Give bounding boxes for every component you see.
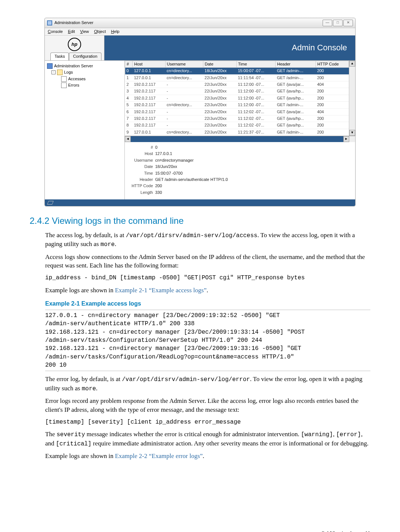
menu-edit[interactable]: Edit [68, 29, 75, 34]
tab-configuration[interactable]: Configuration [69, 53, 101, 60]
example-heading: Example 2-1 Example access logs [45, 300, 370, 308]
xref-example-2-2[interactable]: Example 2-2 “Example error logs” [115, 452, 203, 459]
brand-title: Admin Console [104, 36, 355, 60]
column-header[interactable]: # [125, 61, 133, 67]
svg-rect-1 [48, 21, 51, 25]
tree-errors[interactable]: Errors [46, 82, 123, 88]
column-header[interactable]: Host [133, 61, 165, 67]
para: The access log, by default, is at /var/o… [45, 231, 370, 249]
log-table: #HostUsernameDateTimeHeaderHTTP Code 012… [125, 61, 349, 136]
scroll-right-icon[interactable]: ► [343, 136, 349, 142]
section-heading: 2.4.2 Viewing logs in the command line [30, 215, 370, 227]
para: Example logs are shown in Example 2-1 “E… [45, 286, 370, 295]
table-row[interactable]: 4192.0.2.117-22/Jun/20xx11:12:00 -07...G… [125, 95, 349, 101]
divider [45, 371, 370, 371]
tree-accesses[interactable]: Accesses [46, 76, 123, 82]
menu-bar: Console Edit View Object Help [45, 28, 355, 36]
table-row[interactable]: 9127.0.0.1cn=directory...22/Jun/20xx11:2… [125, 129, 349, 135]
column-header[interactable]: Username [165, 61, 203, 67]
para: Error logs record any problem response f… [45, 397, 370, 414]
file-icon [61, 76, 67, 82]
close-button[interactable]: ✕ [343, 20, 353, 26]
scroll-down-icon[interactable]: ▼ [349, 130, 355, 136]
menu-console[interactable]: Console [48, 29, 63, 34]
para: The severity message indicates whether t… [45, 430, 370, 448]
para: Access logs show connections to the Admi… [45, 253, 370, 270]
detail-panel: #0 Host127.0.0.1 Usernamecn=directoryman… [125, 142, 355, 199]
xref-example-2-1[interactable]: Example 2-1 “Example access logs” [115, 287, 206, 294]
menu-help[interactable]: Help [111, 29, 120, 34]
table-row[interactable]: 8192.0.2.117-22/Jun/20xx11:12:02 -07...G… [125, 122, 349, 129]
key-icon [47, 201, 54, 205]
table-row[interactable]: 7192.0.2.117-22/Jun/20xx11:12:02 -07...G… [125, 115, 349, 122]
column-header[interactable]: HTTP Code [316, 61, 349, 67]
column-header[interactable]: Date [203, 61, 236, 67]
table-row[interactable]: 6192.0.2.117-22/Jun/20xx11:12:02 -07...G… [125, 108, 349, 115]
menu-object[interactable]: Object [94, 29, 106, 34]
window-title: Administration Server [54, 20, 320, 26]
nav-tree: Administration Server - Logs Accesses Er… [45, 61, 125, 199]
status-bar [45, 199, 355, 206]
table-row[interactable]: 3192.0.2.117-22/Jun/20xx11:12:00 -07...G… [125, 88, 349, 95]
table-row[interactable]: 1127.0.0.1cn=directory...22/Jun/20xx11:1… [125, 74, 349, 81]
para: The error log, by default, is at /var/op… [45, 375, 370, 393]
vertical-scrollbar[interactable]: ▲ ▼ [349, 61, 355, 136]
column-header[interactable]: Time [236, 61, 275, 67]
app-icon [47, 20, 52, 26]
admin-console-window: Administration Server — □ ✕ Console Edit… [44, 18, 356, 206]
tree-logs[interactable]: - Logs [46, 69, 123, 75]
minimize-button[interactable]: — [323, 20, 332, 26]
file-icon [61, 83, 67, 88]
page-footer: 2.4 Viewing logs 11 [322, 529, 370, 532]
menu-view[interactable]: View [80, 29, 89, 34]
example-body: 127.0.0.1 - cn=directory manager [23/Dec… [45, 312, 370, 370]
divider [45, 310, 370, 310]
table-row[interactable]: 2192.0.2.117-22/Jun/20xx11:12:00 -07...G… [125, 81, 349, 88]
maximize-button[interactable]: □ [333, 20, 343, 26]
table-row[interactable]: 5192.0.2.117cn=directory...22/Jun/20xx11… [125, 102, 349, 108]
horizontal-scrollbar[interactable]: ◄ ► [125, 136, 355, 142]
scroll-up-icon[interactable]: ▲ [349, 61, 355, 67]
column-header[interactable]: Header [276, 61, 316, 67]
format-line: ip_address - bind_DN [timestamp -0500] "… [45, 274, 370, 282]
collapse-icon[interactable]: - [51, 70, 56, 74]
hp-logo-icon: hp [68, 38, 81, 51]
format-line: [timestamp] [severity] [client ip_addres… [45, 418, 370, 426]
tab-tasks[interactable]: Tasks [50, 53, 69, 60]
server-icon [47, 63, 53, 69]
folder-icon [57, 70, 63, 75]
tree-root[interactable]: Administration Server [46, 63, 123, 69]
scroll-left-icon[interactable]: ◄ [125, 136, 131, 142]
table-row[interactable]: 0127.0.0.1cn=directory...18/Jun/20xx15:0… [125, 68, 349, 74]
para: Example logs are shown in Example 2-2 “E… [45, 452, 370, 461]
